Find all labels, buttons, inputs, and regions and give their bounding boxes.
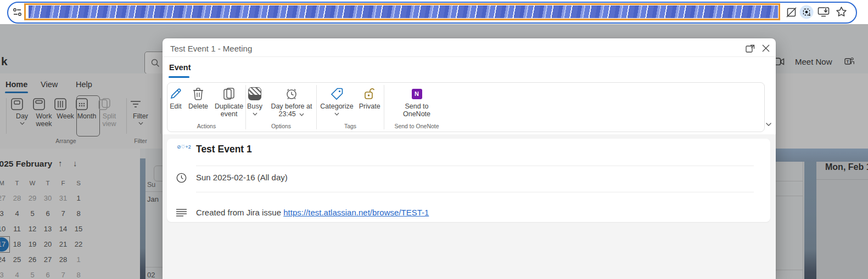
event-popup: Test Event 1 - Meeting Event Edit Delete… [163, 38, 776, 279]
duplicate-event-button[interactable]: Duplicate event [211, 86, 247, 118]
event-datetime: Sun 2025-02-16 (All day) [196, 173, 288, 182]
jira-issue-link[interactable]: https://test.atlassian.net/browse/TEST-1 [283, 208, 429, 217]
trash-icon [192, 86, 205, 102]
chevron-down-icon [253, 112, 257, 116]
options-group: Busy Day before at 23:45 Options [246, 83, 316, 132]
event-title: Test Event 1 [196, 144, 252, 155]
event-ribbon: Edit Delete Duplicate event Actions Busy [167, 82, 765, 132]
onenote-icon: N [412, 86, 422, 102]
notes-icon [176, 208, 187, 217]
reminder-time: 23:45 [279, 110, 296, 118]
onenote-group: N Send to OneNote Send to OneNote [384, 83, 449, 132]
clock-icon [176, 173, 187, 183]
categorize-button[interactable]: Categorize [317, 86, 356, 116]
private-button[interactable]: Private [356, 86, 383, 111]
capture-blocked-icon[interactable] [786, 7, 797, 18]
popup-title-divider [163, 56, 776, 57]
tags-group-label: Tags [344, 123, 356, 129]
address-bar-redacted-url[interactable] [24, 3, 780, 20]
actions-group: Edit Delete Duplicate event Actions [167, 83, 245, 132]
event-details-card: ⊘♡+2 Test Event 1 Sun 2025-02-16 (All da… [167, 139, 770, 222]
send-to-onenote-button[interactable]: N Send to OneNote [395, 86, 439, 118]
favorites-star-icon[interactable] [836, 6, 847, 18]
event-tab-underline [169, 76, 189, 78]
browser-toolbar [0, 0, 868, 24]
event-glyphs-icon: ⊘♡+2 [177, 145, 186, 149]
delete-button[interactable]: Delete [186, 86, 211, 111]
edit-button[interactable]: Edit [166, 86, 186, 111]
busy-status-icon [248, 86, 261, 102]
alarm-clock-icon [284, 86, 299, 102]
send-to-device-icon[interactable] [817, 7, 830, 18]
pencil-icon [169, 86, 183, 102]
screenshot-tool-icon[interactable] [799, 5, 814, 19]
toggle-switches-icon[interactable] [13, 8, 22, 16]
reminder-label: Day before at [271, 103, 312, 110]
tag-icon [330, 86, 344, 102]
event-description: Created from Jira issue https://test.atl… [196, 208, 429, 217]
copy-icon [222, 86, 236, 102]
description-text: Created from Jira issue [196, 208, 281, 217]
url-scribble-redaction [29, 5, 778, 18]
unlock-icon [362, 86, 377, 102]
close-icon[interactable] [762, 44, 770, 52]
onenote-group-label: Send to OneNote [394, 123, 439, 129]
row-divider [196, 192, 754, 192]
busy-status-button[interactable]: Busy [244, 86, 265, 116]
chevron-down-icon [299, 113, 304, 116]
popout-icon[interactable] [746, 44, 755, 53]
popup-window-title: Test Event 1 - Meeting [170, 44, 252, 53]
event-tab[interactable]: Event [169, 63, 191, 72]
chevron-down-icon [334, 112, 339, 116]
row-divider [196, 166, 754, 166]
options-group-label: Options [271, 123, 291, 129]
actions-group-label: Actions [197, 123, 216, 129]
screen: { "browser": { "icons": { "left": "toggl… [0, 0, 868, 279]
reminder-button[interactable]: Day before at 23:45 [265, 86, 318, 118]
ribbon-collapse-chevron-icon[interactable] [765, 122, 772, 127]
tags-group: Categorize Private Tags [317, 83, 384, 132]
